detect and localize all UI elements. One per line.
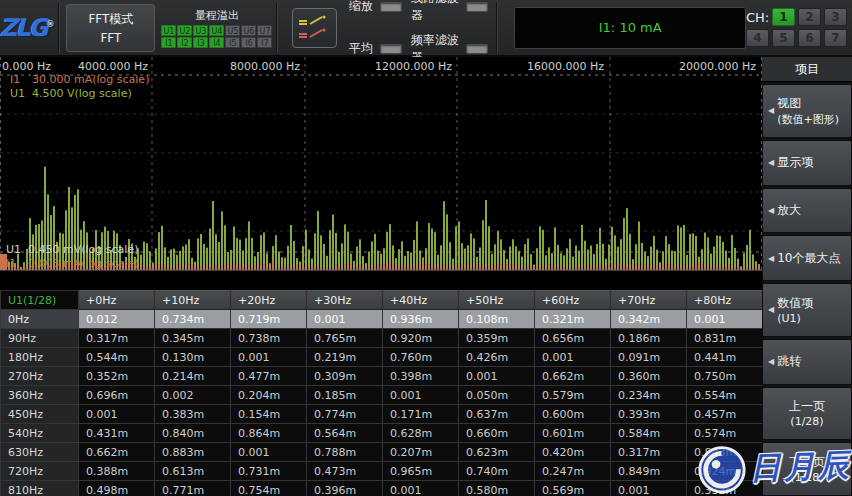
table-cell[interactable]: 0.108m [459,310,535,329]
table-cell[interactable]: 0.360m [611,367,687,386]
table-cell[interactable]: 0.207m [383,443,459,462]
table-cell[interactable]: 0.185m [307,386,383,405]
table-cell[interactable]: 0.580m [459,481,535,496]
table-cell[interactable]: 0.883m [155,443,231,462]
table-row-180Hz[interactable]: 180Hz0.544m0.130m0.0010.219m0.760m0.426m… [1,348,763,367]
sidebar-item-view[interactable]: ◀视图(数值+图形) [762,84,852,138]
channel-button-6[interactable]: 6 [798,29,821,47]
table-cell[interactable]: 0.388m [79,462,155,481]
table-cell[interactable]: 0.920m [383,329,459,348]
table-cell[interactable]: 0.473m [307,462,383,481]
table-cell[interactable]: 0.393m [611,405,687,424]
sidebar-item-next-page[interactable]: 下一页(1/28) [762,442,852,496]
table-cell[interactable]: 0.352m [79,367,155,386]
table-cell[interactable]: 0.001 [79,405,155,424]
table-cell[interactable]: 0.477m [231,367,307,386]
table-row-0Hz[interactable]: 0Hz0.0120.734m0.719m0.0010.936m0.108m0.3… [1,310,763,329]
table-cell[interactable]: 0.613m [155,462,231,481]
table-cell[interactable]: 0.359m [459,329,535,348]
sidebar-item-magnify[interactable]: ◀放大 [762,188,852,234]
table-cell[interactable]: 0.662m [79,443,155,462]
table-cell[interactable]: 0.584m [611,424,687,443]
table-cell[interactable]: 0.001 [535,348,611,367]
table-cell[interactable]: 0.204m [231,386,307,405]
channel-button-2[interactable]: 2 [798,8,821,26]
table-cell[interactable]: 0.656m [535,329,611,348]
table-row-270Hz[interactable]: 270Hz0.352m0.214m0.477m0.309m0.398m0.001… [1,367,763,386]
table-cell[interactable]: 0.420m [535,443,611,462]
table-cell[interactable]: 0.843m [687,443,763,462]
table-cell[interactable]: 0.731m [231,462,307,481]
sidebar-item-max-10-points[interactable]: ◀10个最大点 [762,235,852,281]
table-cell[interactable]: 0.579m [535,386,611,405]
table-cell[interactable]: 0.309m [307,367,383,386]
wiring-settings-button[interactable] [292,8,337,48]
table-cell[interactable]: 0.774m [307,405,383,424]
table-cell[interactable]: 0.214m [155,367,231,386]
table-row-450Hz[interactable]: 450Hz0.0010.383m0.154m0.774m0.171m0.637m… [1,405,763,424]
fft-mode-button[interactable]: FFT模式 FFT [66,4,155,52]
table-cell[interactable]: 0.332m [687,481,763,496]
table-cell[interactable]: 0.600m [535,405,611,424]
table-cell[interactable]: 0.564m [307,424,383,443]
table-cell[interactable]: 0.623m [459,443,535,462]
table-cell[interactable]: 0.760m [383,348,459,367]
table-cell[interactable]: 0.001 [231,348,307,367]
table-cell[interactable]: 0.936m [383,310,459,329]
table-cell[interactable]: 0.234m [611,386,687,405]
table-cell[interactable]: 0.544m [79,348,155,367]
table-cell[interactable]: 0.001 [307,310,383,329]
table-row-720Hz[interactable]: 720Hz0.388m0.613m0.731m0.473m0.965m0.740… [1,462,763,481]
table-cell[interactable]: 0.441m [687,348,763,367]
sidebar-item-numeric-item[interactable]: ◀数值项(U1) [762,283,852,337]
table-cell[interactable]: 0.569m [535,481,611,496]
line-filter-toggle[interactable] [466,2,488,12]
table-cell[interactable]: 0.398m [383,367,459,386]
table-cell[interactable]: 0.849m [611,462,687,481]
table-cell[interactable]: 0.554m [687,386,763,405]
table-cell[interactable]: 0.050m [459,386,535,405]
table-cell[interactable]: 0.001 [231,443,307,462]
table-cell[interactable]: 0.738m [231,329,307,348]
table-cell[interactable]: 0.426m [459,348,535,367]
table-cell[interactable]: 0.662m [535,367,611,386]
table-row-810Hz[interactable]: 810Hz0.498m0.771m0.754m0.396m0.0010.580m… [1,481,763,496]
sidebar-item-prev-page[interactable]: 上一页(1/28) [762,387,852,441]
table-row-90Hz[interactable]: 90Hz0.317m0.345m0.738m0.765m0.920m0.359m… [1,329,763,348]
table-cell[interactable]: 0.601m [535,424,611,443]
table-cell[interactable]: 0.186m [611,329,687,348]
table-cell[interactable]: 0.247m [535,462,611,481]
channel-button-3[interactable]: 3 [824,8,847,26]
table-cell[interactable]: 0.317m [79,329,155,348]
sidebar-item-display-items[interactable]: ◀显示项 [762,140,852,186]
table-cell[interactable]: 0.342m [611,310,687,329]
table-row-360Hz[interactable]: 360Hz0.696m0.0020.204m0.185m0.0010.050m0… [1,386,763,405]
table-cell[interactable]: 0.001 [383,481,459,496]
table-cell[interactable]: 0.321m [535,310,611,329]
table-row-630Hz[interactable]: 630Hz0.662m0.883m0.0010.788m0.207m0.623m… [1,443,763,462]
channel-button-1[interactable]: 1 [772,8,795,26]
table-cell[interactable]: 0.734m [155,310,231,329]
table-cell[interactable]: 0.154m [231,405,307,424]
table-cell[interactable]: 0.001 [687,310,763,329]
table-cell[interactable]: 0.457m [687,405,763,424]
table-row-540Hz[interactable]: 540Hz0.431m0.840m0.864m0.564m0.628m0.660… [1,424,763,443]
table-cell[interactable]: 0.637m [459,405,535,424]
channel-button-7[interactable]: 7 [824,29,847,47]
table-cell[interactable]: 0.719m [231,310,307,329]
table-cell[interactable]: 0.171m [383,405,459,424]
table-cell[interactable]: 0.396m [307,481,383,496]
table-cell[interactable]: 0.002 [155,386,231,405]
average-toggle[interactable] [380,44,402,54]
zoom-toggle[interactable] [380,2,402,12]
channel-button-4[interactable]: 4 [746,29,769,47]
table-cell[interactable]: 0.924m [687,462,763,481]
table-cell[interactable]: 0.788m [307,443,383,462]
table-cell[interactable]: 0.831m [687,329,763,348]
table-cell[interactable]: 0.498m [79,481,155,496]
channel-button-5[interactable]: 5 [772,29,795,47]
sidebar-item-jump[interactable]: ◀跳转 [762,339,852,385]
table-cell[interactable]: 0.740m [459,462,535,481]
table-cell[interactable]: 0.840m [155,424,231,443]
table-cell[interactable]: 0.754m [231,481,307,496]
